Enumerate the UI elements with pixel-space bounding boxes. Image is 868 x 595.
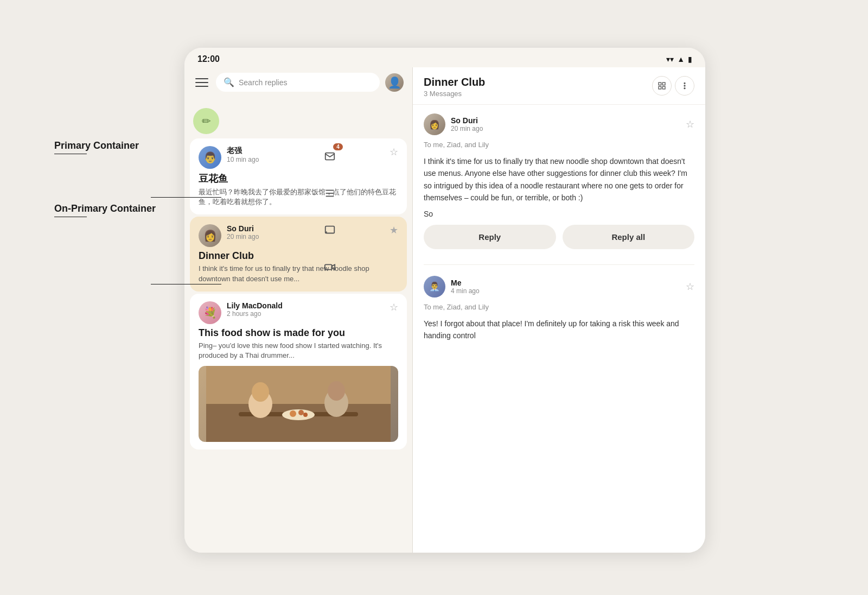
svg-rect-16 xyxy=(325,264,332,269)
svg-point-8 xyxy=(290,410,296,417)
svg-point-4 xyxy=(252,382,269,402)
email-time: 20 min ago xyxy=(227,233,384,240)
email-item[interactable]: 💐 Lily MacDonald 2 hours ago ☆ This food… xyxy=(190,294,407,450)
label-line-1 xyxy=(54,154,87,154)
email-time: 2 hours ago xyxy=(227,310,384,318)
svg-point-21 xyxy=(684,83,685,84)
compose-icon: ✏ xyxy=(202,115,211,128)
message-time: 20 min ago xyxy=(451,125,680,132)
email-time: 10 min ago xyxy=(227,156,384,163)
svg-rect-18 xyxy=(662,83,665,85)
email-meta: Lily MacDonald 2 hours ago xyxy=(227,301,384,318)
detail-header: Dinner Club 3 Messages xyxy=(413,67,705,105)
email-avatar: 👨 xyxy=(199,146,221,169)
reply-buttons: Reply Reply all xyxy=(424,218,694,256)
email-preview: 最近忙吗？昨晚我去了你最爱的那家饭馆，点了他们的特色豆花鱼，吃着吃着就想你了。 xyxy=(199,187,398,207)
email-meta: So Duri 20 min ago xyxy=(227,224,384,240)
email-item[interactable]: 👨 老强 10 min ago ☆ 豆花鱼 最近忙吗？昨晚我去了你最爱的那家饭馆… xyxy=(190,138,407,214)
thumbnail-svg xyxy=(199,366,398,442)
svg-rect-19 xyxy=(662,86,665,89)
email-detail-panel: Dinner Club 3 Messages xyxy=(412,67,705,553)
message-star[interactable]: ☆ xyxy=(686,118,694,130)
search-box[interactable]: 🔍 Search replies xyxy=(216,73,380,92)
email-meta: 老强 10 min ago xyxy=(227,146,384,163)
detail-content: 👩 So Duri 20 min ago ☆ To me, Ziad, and … xyxy=(413,105,705,553)
message-body: I think it's time for us to finally try … xyxy=(424,155,694,204)
email-preview: Ping– you'd love this new food show I st… xyxy=(199,341,398,360)
message-star[interactable]: ☆ xyxy=(686,281,694,293)
email-header: 👨 老强 10 min ago ☆ xyxy=(199,146,398,169)
email-list: 👨 老强 10 min ago ☆ 豆花鱼 最近忙吗？昨晚我去了你最爱的那家饭馆… xyxy=(184,138,412,553)
email-sender: 老强 xyxy=(227,146,384,156)
detail-title: Dinner Club xyxy=(424,76,485,88)
primary-container-label: Primary Container xyxy=(54,140,206,154)
sidebar-chat-icon[interactable] xyxy=(319,219,341,241)
annotation-line-on-primary xyxy=(151,284,221,284)
wifi-icon: ▾▾ xyxy=(666,55,674,64)
reply-all-button[interactable]: Reply all xyxy=(563,225,695,249)
detail-actions xyxy=(652,76,694,96)
email-subject: 豆花鱼 xyxy=(199,172,398,185)
svg-point-6 xyxy=(328,381,345,401)
message-block: 👩 So Duri 20 min ago ☆ To me, Ziad, and … xyxy=(424,113,694,256)
email-header: 💐 Lily MacDonald 2 hours ago ☆ xyxy=(199,301,398,324)
menu-icon[interactable] xyxy=(193,74,210,91)
message-time: 4 min ago xyxy=(451,287,680,295)
email-avatar: 💐 xyxy=(199,301,221,324)
email-thumbnail xyxy=(199,366,398,442)
search-area: 🔍 Search replies 👤 xyxy=(184,67,412,96)
on-primary-container-label: On-Primary Container xyxy=(54,203,206,217)
more-options-button[interactable] xyxy=(675,76,694,96)
message-avatar: 👩 xyxy=(424,113,445,135)
email-item[interactable]: 👩 So Duri 20 min ago ★ Dinner Club I thi… xyxy=(190,217,407,291)
svg-rect-17 xyxy=(659,83,661,85)
expand-button[interactable] xyxy=(652,76,672,96)
search-icon: 🔍 xyxy=(224,77,234,87)
sidebar-list-icon[interactable] xyxy=(319,182,341,204)
sidebar-strip: 4 xyxy=(315,118,345,278)
search-placeholder: Search replies xyxy=(239,78,288,87)
food-thumbnail-image xyxy=(199,366,398,442)
reply-button[interactable]: Reply xyxy=(424,225,556,249)
signal-icon: ▲ xyxy=(677,55,685,64)
message-header: 👨‍💼 Me 4 min ago ☆ xyxy=(424,276,694,298)
svg-point-9 xyxy=(298,410,304,415)
message-body: Yes! I forgot about that place! I'm defi… xyxy=(424,318,694,342)
message-divider xyxy=(424,264,694,265)
compose-button[interactable]: ✏ xyxy=(193,108,219,134)
phone-frame: 12:00 ▾▾ ▲ ▮ 🔍 Se xyxy=(184,48,705,553)
message-header: 👩 So Duri 20 min ago ☆ xyxy=(424,113,694,135)
email-header: 👩 So Duri 20 min ago ★ xyxy=(199,224,398,247)
status-bar: 12:00 ▾▾ ▲ ▮ xyxy=(184,48,705,67)
svg-point-7 xyxy=(282,409,315,420)
star-icon[interactable]: ☆ xyxy=(390,146,398,158)
svg-point-22 xyxy=(684,85,685,86)
annotation-line-primary xyxy=(151,197,221,198)
svg-point-10 xyxy=(303,413,308,417)
star-icon[interactable]: ☆ xyxy=(390,301,398,313)
message-meta: So Duri 20 min ago xyxy=(451,116,680,132)
user-avatar[interactable]: 👤 xyxy=(385,73,404,92)
svg-point-23 xyxy=(684,88,685,89)
sidebar-mail-icon[interactable]: 4 xyxy=(319,145,341,167)
sidebar-video-icon[interactable] xyxy=(319,256,341,278)
message-sender: Me xyxy=(451,278,680,287)
email-list-panel: 🔍 Search replies 👤 ✏ xyxy=(184,67,412,553)
mail-badge: 4 xyxy=(333,143,343,150)
message-block: 👨‍💼 Me 4 min ago ☆ To me, Ziad, and Lily… xyxy=(424,271,694,342)
message-sender: So Duri xyxy=(451,116,680,125)
email-sender: Lily MacDonald xyxy=(227,301,384,310)
label-line-2 xyxy=(54,217,87,217)
battery-icon: ▮ xyxy=(688,55,692,64)
email-subject: This food show is made for you xyxy=(199,327,398,339)
star-icon[interactable]: ★ xyxy=(390,224,398,236)
message-to: To me, Ziad, and Lily xyxy=(424,141,694,149)
main-content: 🔍 Search replies 👤 ✏ xyxy=(184,67,705,553)
labels-panel: Primary Container On-Primary Container xyxy=(54,140,206,217)
message-sign: So xyxy=(424,210,694,218)
status-icons: ▾▾ ▲ ▮ xyxy=(666,55,692,64)
message-avatar: 👨‍💼 xyxy=(424,276,445,298)
email-preview: I think it's time for us to finally try … xyxy=(199,264,398,283)
email-subject: Dinner Club xyxy=(199,250,398,262)
detail-subtitle: 3 Messages xyxy=(424,90,485,98)
